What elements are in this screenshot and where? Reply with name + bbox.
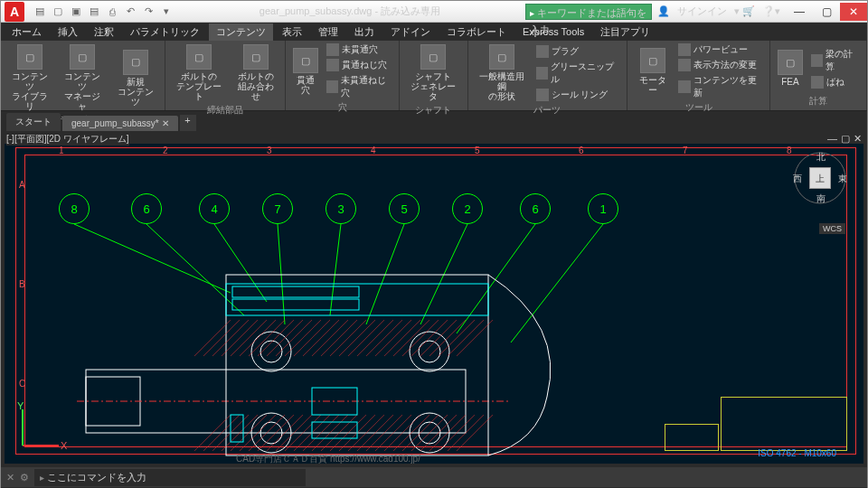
qat-undo-icon[interactable]: ↶ (122, 4, 138, 20)
viewcube-west[interactable]: 西 (793, 173, 802, 185)
ribbon-梁の計算[interactable]: 梁の計算 (808, 47, 863, 74)
ribbon-未貫通ねじ穴[interactable]: 未貫通ねじ穴 (324, 73, 395, 100)
svg-line-44 (285, 320, 321, 356)
menu-コラボレート[interactable]: コラボレート (439, 23, 514, 41)
ribbon-未貫通穴[interactable]: 未貫通穴 (324, 42, 395, 57)
filetab-gear_pump_subassy*[interactable]: gear_pump_subassy* ✕ (62, 116, 178, 131)
qat-save-icon[interactable]: ▣ (68, 4, 84, 20)
ribbon-icon: ▢ (489, 44, 514, 70)
svg-line-64 (375, 320, 411, 356)
viewcube-face[interactable]: 上 (809, 167, 831, 189)
drawing-svg (5, 144, 863, 464)
menu-表示[interactable]: 表示 (275, 23, 309, 41)
ribbon-表示方法の変更[interactable]: 表示方法の変更 (675, 58, 766, 72)
ribbon-ボルトの-テンプレート[interactable]: ▢ボルトのテンプレート (169, 42, 229, 103)
minimize-button[interactable]: — (786, 3, 813, 21)
svg-line-40 (267, 320, 303, 356)
menu-Express Tools[interactable]: Express Tools (515, 24, 591, 39)
menu-管理[interactable]: 管理 (311, 23, 345, 41)
menu-パラメトリック[interactable]: パラメトリック (123, 23, 207, 41)
ribbon-シール リング[interactable]: シール リング (533, 88, 624, 102)
menu-アドイン[interactable]: アドイン (383, 23, 438, 41)
ribbon-貫通-穴[interactable]: ▢貫通穴 (289, 46, 322, 97)
menu-ホーム[interactable]: ホーム (5, 23, 49, 41)
ribbon-シャフト-ジェネレータ[interactable]: ▢シャフトジェネレータ (403, 42, 463, 103)
ribbon-small-icon (326, 80, 338, 93)
filetab-add[interactable]: + (180, 115, 196, 131)
viewport-minimize-icon[interactable]: — (827, 133, 837, 145)
viewcube-north[interactable]: 北 (816, 151, 826, 164)
ribbon-プラグ[interactable]: プラグ (533, 44, 624, 59)
ribbon-グリースニップル[interactable]: グリースニップル (533, 60, 624, 87)
ribbon-icon: ▢ (640, 48, 665, 73)
ribbon-icon: ▢ (293, 48, 318, 73)
panel-title: 計算 (774, 94, 863, 108)
cmd-config-icon[interactable]: ⚙ (20, 472, 29, 483)
ribbon-ボルトの-組み合わせ[interactable]: ▢ボルトの組み合わせ (231, 42, 281, 103)
ribbon-icon: ▢ (186, 44, 212, 70)
viewcube-south[interactable]: 南 (816, 192, 826, 205)
ribbon-コンテンツを更新[interactable]: コンテンツを更新 (675, 73, 766, 100)
qat-redo-icon[interactable]: ↷ (140, 4, 156, 20)
ribbon-一般構造用鋼-の形状[interactable]: ▢一般構造用鋼の形状 (472, 42, 532, 103)
viewport-close-icon[interactable]: ✕ (854, 133, 862, 145)
svg-line-74 (420, 320, 457, 356)
cmd-close-icon[interactable]: ✕ (6, 472, 14, 483)
ribbon-パワービュー[interactable]: パワービュー (675, 42, 766, 57)
qat-more-icon[interactable]: ▾ (158, 4, 175, 20)
menu-出力[interactable]: 出力 (347, 23, 382, 41)
svg-line-56 (339, 320, 375, 356)
close-button[interactable]: ✕ (840, 3, 867, 21)
svg-line-58 (348, 320, 384, 356)
menu-注目アプリ[interactable]: 注目アプリ (593, 23, 657, 41)
ribbon-ばね[interactable]: ばね (808, 75, 863, 89)
watermark: CAD専門店ＣＡＤ百貨 https://www.cad100.jp/ (236, 453, 420, 465)
wcs-label[interactable]: WCS (819, 223, 845, 234)
menu-挿入[interactable]: 挿入 (51, 23, 85, 41)
ribbon-貫通ねじ穴[interactable]: 貫通ねじ穴 (324, 58, 395, 72)
menu-注釈[interactable]: 注釈 (87, 23, 121, 41)
ribbon-コンテンツ-ライブラリ[interactable]: ▢コンテンツライブラリ (5, 42, 55, 113)
viewport-restore-icon[interactable]: ▢ (841, 133, 850, 145)
filetab-スタート[interactable]: スタート (6, 113, 61, 131)
ribbon-small-icon (678, 80, 691, 93)
ribbon-icon: ▢ (778, 50, 803, 75)
command-input[interactable]: ▸ ここにコマンドを入力 (34, 469, 306, 486)
qat-new-icon[interactable]: ▤ (32, 4, 48, 20)
app-icon[interactable]: A (5, 2, 24, 22)
drawing-canvas[interactable]: 12345678 ABC 864735261 (5, 144, 863, 464)
window-title: gear_pump_subassy.dwg - 読み込み専用 (175, 5, 525, 18)
svg-text:X: X (61, 440, 68, 451)
ribbon-small-icon (811, 54, 823, 67)
titlebar: A ▤ ▢ ▣ ▤ ⎙ ↶ ↷ ▾ gear_pump_subassy.dwg … (1, 1, 867, 23)
view-label[interactable]: [-][平面図][2D ワイヤフレーム] (6, 133, 129, 145)
annotation-text: ISO 4762 - M10x60 (758, 448, 836, 458)
svg-line-8 (511, 224, 603, 343)
svg-line-72 (411, 320, 448, 356)
menu-コンテンツ[interactable]: コンテンツ (209, 23, 273, 41)
qat-open-icon[interactable]: ▢ (50, 4, 66, 20)
qat-print-icon[interactable]: ⎙ (104, 4, 120, 20)
ribbon-コンテンツ-マネージャ[interactable]: ▢コンテンツマネージャ (57, 42, 108, 113)
viewcube[interactable]: 上 北 南 東 西 (793, 151, 847, 205)
viewport: [-][平面図][2D ワイヤフレーム] — ▢ ✕ 12345678 ABC … (1, 131, 867, 467)
ribbon-small-icon (536, 67, 549, 80)
svg-line-52 (321, 320, 357, 356)
svg-line-68 (393, 320, 429, 356)
ribbon-FEA[interactable]: ▢FEA (774, 48, 807, 89)
help-icon[interactable]: ❔▾ (762, 5, 780, 17)
panel-title: ツール (631, 100, 766, 115)
maximize-button[interactable]: ▢ (813, 3, 840, 21)
ribbon: ▢コンテンツライブラリ▢コンテンツマネージャ▢新規コンテンツライブラリ▢ボルトの… (1, 41, 867, 111)
svg-line-62 (366, 320, 402, 356)
signin-button[interactable]: サインイン (677, 5, 727, 18)
search-input[interactable]: ▸ キーワードまたは語句を入力 (525, 4, 652, 20)
viewcube-east[interactable]: 東 (838, 173, 847, 185)
signin-icon[interactable]: 👤 (657, 5, 670, 17)
cart-icon[interactable]: ▾ 🛒 (734, 5, 755, 17)
ribbon-新規-コンテンツ[interactable]: ▢新規コンテンツ (110, 48, 161, 108)
ribbon-モーター[interactable]: ▢モーター (631, 46, 674, 97)
ucs-icon[interactable]: X Y (14, 400, 68, 455)
qat-saveas-icon[interactable]: ▤ (86, 4, 102, 20)
ribbon-icon: ▢ (420, 44, 446, 70)
